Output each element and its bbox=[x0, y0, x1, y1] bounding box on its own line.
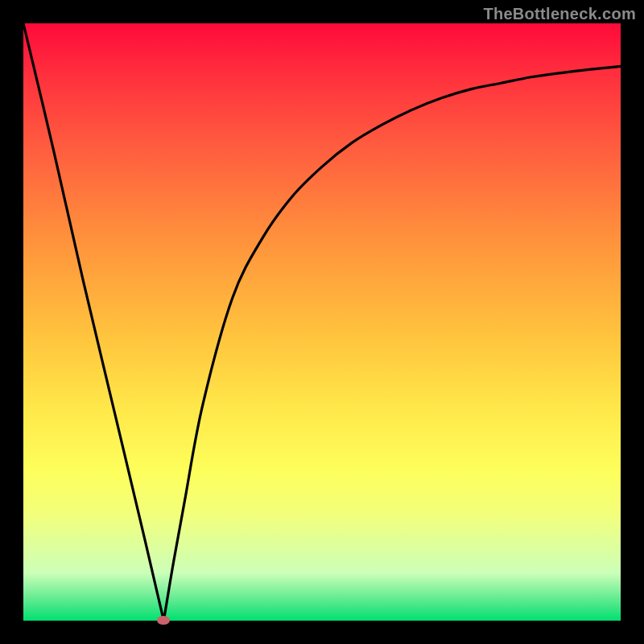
bottleneck-curve bbox=[23, 23, 621, 621]
optimum-marker-dot bbox=[157, 616, 170, 625]
chart-outer-frame: TheBottleneck.com bbox=[0, 0, 644, 644]
watermark-label: TheBottleneck.com bbox=[483, 5, 636, 23]
